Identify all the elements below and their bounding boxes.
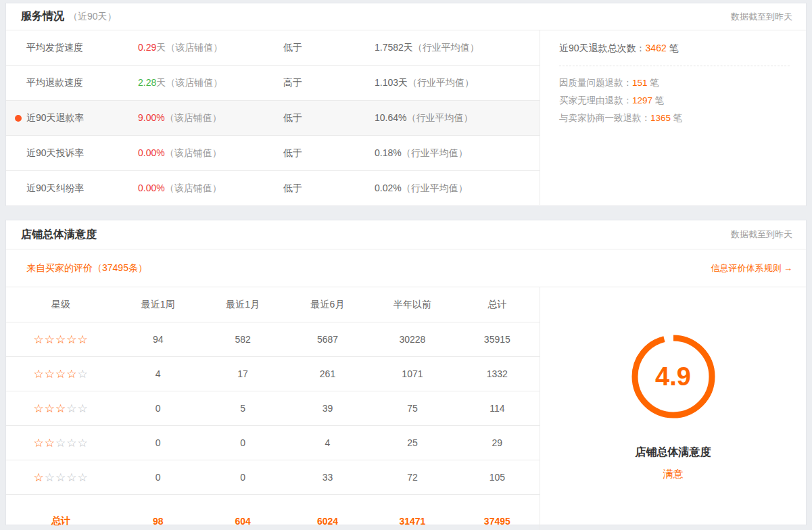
rating-count-cell: 582 — [200, 334, 285, 345]
rating-count-cell: 5 — [200, 403, 285, 414]
column-header: 总计 — [455, 299, 540, 311]
service-metric-row: 平均发货速度0.29天（该店铺值）低于1.7582天（行业平均值） — [6, 30, 540, 66]
service-section: 服务情况 （近90天） 数据截至到昨天 平均发货速度0.29天（该店铺值）低于1… — [5, 3, 807, 206]
total-count-cell: 6024 — [285, 516, 370, 527]
service-title: 服务情况 — [21, 9, 64, 24]
rating-count-cell: 0 — [116, 472, 200, 483]
rating-count-cell: 30228 — [370, 334, 454, 345]
rating-count-cell: 75 — [370, 403, 454, 414]
total-count-cell: 37495 — [455, 516, 540, 527]
score-status: 满意 — [663, 468, 684, 481]
rating-rules-link[interactable]: 信息评价体系规则 → — [711, 262, 792, 274]
highlight-dot-icon — [15, 115, 22, 122]
star-rating-icons: ☆☆☆☆☆ — [6, 402, 116, 416]
service-title-suffix: （近90天） — [68, 11, 117, 23]
column-header: 半年以前 — [370, 299, 454, 311]
industry-value: 0.02%（行业平均值） — [375, 183, 540, 195]
rating-table: 星级最近1周最近1月最近6月半年以前总计☆☆☆☆☆945825687302283… — [6, 287, 540, 530]
industry-value: 10.64%（行业平均值） — [375, 112, 540, 124]
rating-row: ☆☆☆☆☆41726110711332 — [6, 357, 540, 391]
shop-value: 0.00%（该店铺值） — [138, 183, 283, 195]
rating-count-cell: 114 — [455, 403, 540, 414]
rating-row: ☆☆☆☆☆9458256873022835915 — [6, 322, 540, 357]
service-data-note: 数据截至到昨天 — [731, 11, 792, 23]
satisfaction-data-note: 数据截至到昨天 — [731, 228, 792, 241]
rating-count-cell: 0 — [116, 403, 200, 414]
rating-count-cell: 17 — [200, 368, 285, 379]
shop-value: 0.29天（该店铺值） — [138, 42, 283, 54]
star-rating-icons: ☆☆☆☆☆ — [6, 333, 116, 347]
overall-score-panel: 4.9 店铺总体满意度 满意 — [540, 287, 806, 530]
refund-summary-panel: 近90天退款总次数：3462 笔 因质量问题退款：151 笔买家无理由退款：12… — [540, 30, 806, 205]
reviews-bar: 来自买家的评价（37495条） 信息评价体系规则 → — [6, 249, 806, 287]
total-count-cell: 31471 — [370, 516, 454, 527]
shop-value: 2.28天（该店铺值） — [138, 77, 283, 89]
column-header: 最近1周 — [116, 299, 200, 311]
rating-count-cell: 39 — [285, 403, 370, 414]
rating-count-cell: 105 — [455, 472, 540, 483]
industry-value: 0.18%（行业平均值） — [375, 147, 540, 160]
service-metric-row: 近90天纠纷率0.00%（该店铺值）低于0.02%（行业平均值） — [6, 171, 540, 206]
total-label: 总计 — [6, 515, 116, 527]
star-rating-icons: ☆☆☆☆☆ — [6, 367, 116, 381]
service-metric-row: 平均退款速度2.28天（该店铺值）高于1.103天（行业平均值） — [6, 66, 540, 101]
shop-value: 9.00%（该店铺值） — [138, 112, 283, 124]
service-metric-row: 近90天退款率9.00%（该店铺值）低于10.64%（行业平均值） — [6, 101, 540, 136]
comparison-text: 高于 — [283, 77, 375, 89]
rating-count-cell: 94 — [116, 334, 200, 345]
rating-count-cell: 5687 — [285, 334, 370, 345]
rating-count-cell: 261 — [285, 368, 370, 379]
satisfaction-header: 店铺总体满意度 数据截至到昨天 — [6, 220, 806, 249]
rating-count-cell: 25 — [370, 437, 454, 448]
refund-breakdown-item: 与卖家协商一致退款：1365 笔 — [559, 110, 790, 127]
rating-count-cell: 33 — [285, 472, 370, 483]
refund-breakdown-item: 买家无理由退款：1297 笔 — [559, 92, 790, 110]
refund-total-unit: 笔 — [667, 43, 679, 53]
shop-value: 0.00%（该店铺值） — [138, 147, 283, 160]
metric-label: 近90天纠纷率 — [6, 183, 138, 195]
rating-count-cell: 72 — [370, 472, 454, 483]
comparison-text: 低于 — [283, 147, 375, 160]
service-metric-row: 近90天投诉率0.00%（该店铺值）低于0.18%（行业平均值） — [6, 136, 540, 171]
refund-total: 近90天退款总次数：3462 笔 — [559, 43, 790, 66]
satisfaction-title: 店铺总体满意度 — [21, 228, 97, 242]
rating-count-cell: 1071 — [370, 368, 454, 379]
rating-row: ☆☆☆☆☆053975114 — [6, 391, 540, 426]
star-rating-icons: ☆☆☆☆☆ — [6, 471, 116, 485]
rating-count-cell: 0 — [200, 437, 285, 448]
rating-count-cell: 1332 — [455, 368, 540, 379]
buyer-reviews-count: 来自买家的评价（37495条） — [26, 262, 147, 274]
score-ring: 4.9 — [629, 332, 718, 421]
satisfaction-section: 店铺总体满意度 数据截至到昨天 来自买家的评价（37495条） 信息评价体系规则… — [5, 220, 807, 525]
rating-table-header: 星级最近1周最近1月最近6月半年以前总计 — [6, 287, 540, 322]
industry-value: 1.7582天（行业平均值） — [375, 42, 540, 54]
rating-count-cell: 35915 — [455, 334, 540, 345]
rating-count-cell: 4 — [116, 368, 200, 379]
metric-label: 近90天退款率 — [6, 112, 138, 124]
comparison-text: 低于 — [283, 112, 375, 124]
metric-label: 近90天投诉率 — [6, 147, 138, 160]
rating-row: ☆☆☆☆☆0042529 — [6, 426, 540, 460]
rating-count-cell: 29 — [455, 437, 540, 448]
score-label: 店铺总体满意度 — [636, 445, 711, 460]
total-count-cell: 98 — [116, 516, 200, 527]
column-header: 星级 — [6, 299, 116, 311]
rating-count-cell: 4 — [285, 437, 370, 448]
service-header: 服务情况 （近90天） 数据截至到昨天 — [6, 3, 806, 30]
score-value: 4.9 — [629, 332, 718, 421]
rating-count-cell: 0 — [200, 472, 285, 483]
column-header: 最近6月 — [285, 299, 370, 311]
column-header: 最近1月 — [200, 299, 285, 311]
service-metrics-table: 平均发货速度0.29天（该店铺值）低于1.7582天（行业平均值）平均退款速度2… — [6, 30, 540, 205]
refund-breakdown-item: 因质量问题退款：151 笔 — [559, 74, 790, 92]
industry-value: 1.103天（行业平均值） — [375, 77, 540, 89]
metric-label: 平均退款速度 — [6, 77, 138, 89]
refund-breakdown-list: 因质量问题退款：151 笔买家无理由退款：1297 笔与卖家协商一致退款：136… — [559, 66, 790, 127]
rating-row: ☆☆☆☆☆003372105 — [6, 460, 540, 495]
rating-count-cell: 0 — [116, 437, 200, 448]
refund-total-value: 3462 — [646, 43, 667, 53]
rating-total-row: 总计9860460243147137495 — [6, 495, 540, 530]
metric-label: 平均发货速度 — [6, 42, 138, 54]
comparison-text: 低于 — [283, 183, 375, 195]
star-rating-icons: ☆☆☆☆☆ — [6, 436, 116, 450]
